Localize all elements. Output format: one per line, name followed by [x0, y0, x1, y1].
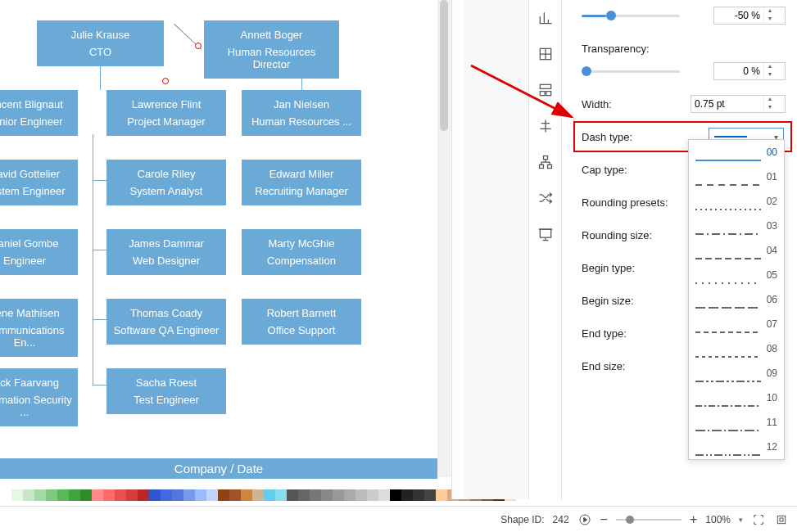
- dash-option-03[interactable]: 03: [689, 214, 784, 238]
- color-swatch[interactable]: [149, 489, 161, 501]
- color-swatch[interactable]: [126, 489, 138, 501]
- zoom-slider[interactable]: [616, 513, 682, 526]
- width-input[interactable]: [691, 98, 763, 110]
- align-icon[interactable]: [529, 108, 562, 144]
- org-node-lawrence[interactable]: Lawrence Flint Project Manager: [106, 90, 226, 136]
- dash-option-09[interactable]: 09: [689, 361, 784, 385]
- fit-width-icon[interactable]: [751, 512, 766, 527]
- slider-1[interactable]: [582, 8, 680, 23]
- org-node-julie[interactable]: Julie Krause CTO: [37, 20, 164, 66]
- connector: [93, 385, 106, 385]
- presentation-icon[interactable]: [529, 216, 562, 252]
- color-swatch[interactable]: [378, 489, 390, 501]
- color-swatch[interactable]: [172, 489, 183, 501]
- dash-option-02[interactable]: 02: [689, 189, 784, 214]
- canvas[interactable]: Julie Krause CTO Annett Boger Human Reso…: [0, 0, 437, 458]
- color-swatch[interactable]: [287, 489, 298, 501]
- dash-option-07[interactable]: 07: [689, 312, 784, 336]
- transparency-slider[interactable]: [582, 64, 680, 79]
- hierarchy-icon[interactable]: [529, 144, 562, 180]
- color-swatch[interactable]: [206, 489, 218, 501]
- org-node-vincent[interactable]: Vincent Blignaut Senior Engineer: [0, 90, 78, 136]
- color-palette[interactable]: [0, 489, 524, 501]
- dash-option-01[interactable]: 01: [689, 165, 784, 189]
- dash-option-10[interactable]: 10: [689, 385, 784, 410]
- scroll-thumb[interactable]: [440, 0, 448, 131]
- dash-option-05[interactable]: 05: [689, 263, 784, 287]
- color-swatch[interactable]: [264, 489, 275, 501]
- color-swatch[interactable]: [57, 489, 69, 501]
- spinner-down[interactable]: ▾: [764, 16, 775, 24]
- grid-icon[interactable]: [529, 36, 562, 72]
- transparency-input[interactable]: [714, 65, 763, 77]
- dash-option-11[interactable]: 11: [689, 410, 784, 435]
- width-spinner[interactable]: ▴▾: [691, 95, 786, 113]
- play-icon[interactable]: [577, 512, 592, 527]
- dash-option-08[interactable]: 08: [689, 336, 784, 361]
- org-node-nick[interactable]: Nick Faarvang Information Security ...: [0, 368, 78, 426]
- color-swatch[interactable]: [218, 489, 229, 501]
- chart-icon[interactable]: [529, 0, 562, 36]
- org-node-edward[interactable]: Edward Miller Recruiting Manager: [242, 160, 361, 205]
- color-swatch[interactable]: [229, 489, 241, 501]
- color-swatch[interactable]: [367, 489, 378, 501]
- color-swatch[interactable]: [310, 489, 321, 501]
- dash-option-04[interactable]: 04: [689, 238, 784, 263]
- color-swatch[interactable]: [241, 489, 252, 501]
- color-swatch[interactable]: [424, 489, 436, 501]
- org-node-carole[interactable]: Carole Riley System Analyst: [106, 160, 226, 205]
- org-node-thomas[interactable]: Thomas Coady Software QA Engineer: [106, 299, 226, 345]
- slider-1-spinner[interactable]: ▴▾: [713, 7, 786, 25]
- color-swatch[interactable]: [252, 489, 264, 501]
- vertical-scrollbar[interactable]: [437, 0, 451, 477]
- color-swatch[interactable]: [46, 489, 57, 501]
- color-swatch[interactable]: [138, 489, 149, 501]
- shuffle-icon[interactable]: [529, 180, 562, 216]
- org-node-marty[interactable]: Marty McGhie Compensation: [242, 229, 361, 275]
- fit-page-icon[interactable]: [774, 512, 789, 527]
- connector-handle-end[interactable]: [162, 78, 169, 84]
- spinner-down[interactable]: ▾: [764, 104, 775, 112]
- chevron-down-icon[interactable]: ▾: [739, 516, 743, 524]
- color-swatch[interactable]: [333, 489, 344, 501]
- color-swatch[interactable]: [69, 489, 80, 501]
- org-node-sacha[interactable]: Sacha Roest Test Engineer: [106, 368, 226, 414]
- color-swatch[interactable]: [11, 489, 23, 501]
- slider-1-input[interactable]: [714, 10, 763, 21]
- color-swatch[interactable]: [436, 489, 447, 501]
- color-swatch[interactable]: [413, 489, 424, 501]
- org-node-daniel[interactable]: Daniel Gombe Engineer: [0, 229, 78, 275]
- dash-option-06[interactable]: 06: [689, 287, 784, 312]
- color-swatch[interactable]: [115, 489, 126, 501]
- spinner-down[interactable]: ▾: [764, 71, 775, 79]
- color-swatch[interactable]: [34, 489, 46, 501]
- color-swatch[interactable]: [103, 489, 115, 501]
- color-swatch[interactable]: [390, 489, 401, 501]
- color-swatch[interactable]: [344, 489, 355, 501]
- color-swatch[interactable]: [298, 489, 310, 501]
- layout-icon[interactable]: [529, 72, 562, 108]
- transparency-spinner[interactable]: ▴▾: [713, 62, 786, 80]
- color-swatch[interactable]: [355, 489, 367, 501]
- dash-option-12[interactable]: 12: [689, 435, 784, 459]
- color-swatch[interactable]: [0, 489, 11, 501]
- org-node-james[interactable]: James Dammar Web Designer: [106, 229, 226, 275]
- connector-handle-start[interactable]: [195, 43, 202, 49]
- color-swatch[interactable]: [275, 489, 287, 501]
- color-swatch[interactable]: [23, 489, 34, 501]
- dash-option-00[interactable]: 00: [689, 140, 784, 165]
- color-swatch[interactable]: [401, 489, 413, 501]
- zoom-out-button[interactable]: −: [600, 512, 608, 527]
- color-swatch[interactable]: [183, 489, 195, 501]
- zoom-in-button[interactable]: +: [690, 512, 697, 527]
- color-swatch[interactable]: [92, 489, 103, 501]
- color-swatch[interactable]: [195, 489, 206, 501]
- org-node-jan[interactable]: Jan Nielsen Human Resources ...: [242, 90, 361, 136]
- color-swatch[interactable]: [161, 489, 172, 501]
- dash-dropdown[interactable]: 00010203040506070809101112: [688, 139, 785, 460]
- color-swatch[interactable]: [80, 489, 92, 501]
- org-node-david[interactable]: David Gottelier System Engineer: [0, 160, 78, 205]
- color-swatch[interactable]: [321, 489, 333, 501]
- org-node-lene[interactable]: Lene Mathisen Communications En...: [0, 299, 78, 357]
- org-node-robert[interactable]: Robert Barnett Office Support: [242, 299, 361, 345]
